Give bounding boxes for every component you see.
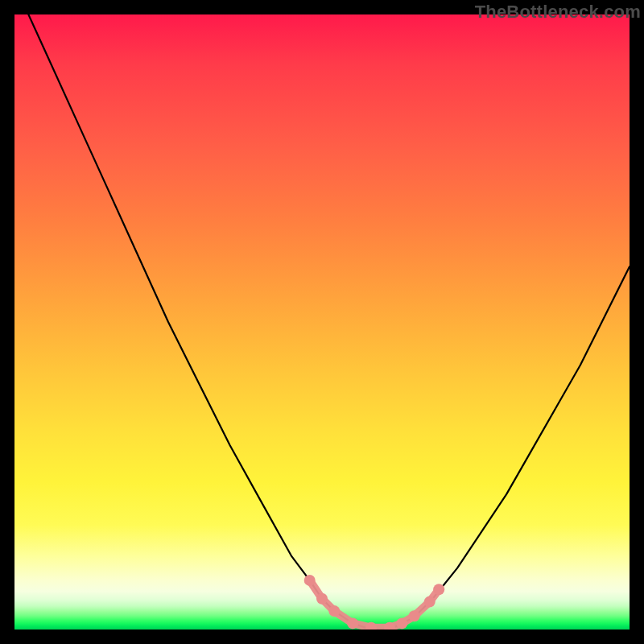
bottleneck-curve: [14, 14, 630, 630]
svg-point-9: [433, 584, 444, 595]
svg-point-2: [328, 605, 340, 617]
svg-point-7: [409, 610, 420, 621]
svg-point-3: [347, 617, 358, 629]
svg-point-8: [424, 597, 436, 608]
chart-frame: TheBottleneck.com: [0, 0, 644, 644]
svg-point-1: [316, 593, 328, 605]
plot-area: [14, 14, 630, 630]
svg-point-6: [396, 617, 407, 629]
svg-point-0: [304, 575, 316, 586]
curve-layer: [14, 14, 630, 630]
optimal-range-markers: [304, 575, 445, 630]
